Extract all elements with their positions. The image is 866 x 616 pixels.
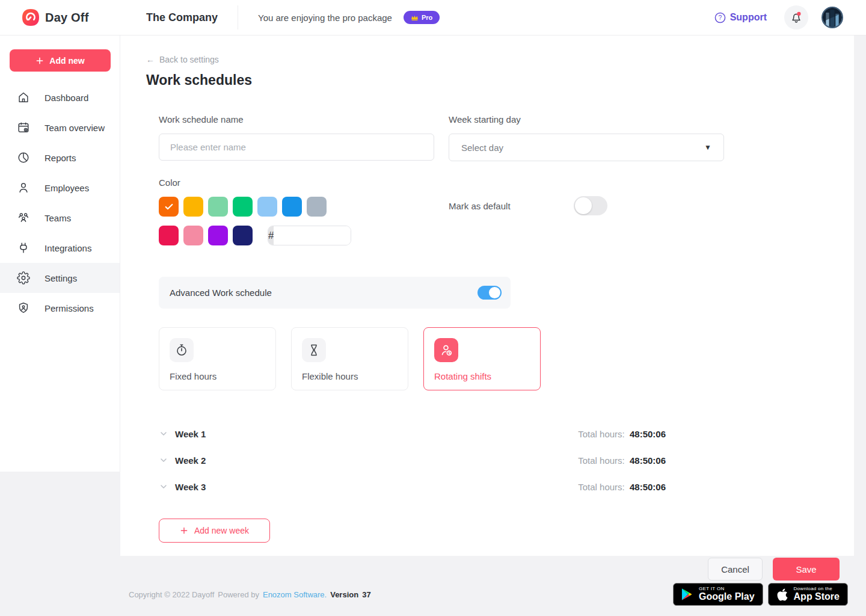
card-label: Rotating shifts [434, 371, 530, 381]
card-label: Flexible hours [302, 371, 398, 381]
color-swatch[interactable] [159, 226, 179, 245]
week-label: Week 2 [175, 455, 206, 466]
shield-person-icon [17, 301, 30, 315]
add-new-button[interactable]: Add new [10, 49, 111, 72]
week-total: Total hours: 48:50:06 [578, 482, 666, 492]
color-swatch[interactable] [183, 197, 203, 217]
apple-icon [776, 588, 788, 602]
person-clock-icon [434, 338, 458, 362]
question-circle-icon: ? [714, 12, 726, 23]
footer: Copyright © 2022 Dayoff Powered by Enozo… [0, 556, 866, 616]
bell-icon [790, 11, 803, 24]
add-new-week-button[interactable]: Add new week [159, 519, 270, 543]
sidebar-item-teams[interactable]: Teams [0, 203, 120, 233]
version-label: Version [330, 590, 358, 599]
sidebar-item-permissions[interactable]: Permissions [0, 293, 120, 323]
badge-line2: App Store [794, 592, 840, 602]
app-store-badge[interactable]: Download on the App Store [768, 583, 848, 606]
card-label: Fixed hours [170, 371, 265, 381]
mark-default-toggle[interactable] [574, 196, 607, 215]
chevron-down-icon[interactable] [159, 455, 168, 465]
week-total: Total hours: 48:50:06 [578, 455, 666, 466]
swatch-row-2: # [159, 226, 434, 245]
week-start-group: Week starting day Select day ▼ [449, 114, 724, 161]
powered-by-text: Powered by [218, 590, 259, 599]
day-off-logo-icon [22, 8, 40, 26]
total-hours-label: Total hours: [578, 429, 625, 439]
sidebar-item-reports[interactable]: Reports [0, 143, 120, 173]
hex-color-input[interactable] [274, 226, 351, 245]
color-swatch[interactable] [233, 197, 253, 217]
card-flexible-hours[interactable]: Flexible hours [291, 327, 408, 390]
week-row-2[interactable]: Week 2 Total hours: 48:50:06 [159, 447, 666, 473]
schedule-name-label: Work schedule name [159, 114, 434, 125]
form-row-1: Work schedule name Week starting day Sel… [159, 114, 840, 161]
plug-icon [17, 241, 30, 254]
user-avatar[interactable] [821, 7, 843, 28]
advanced-schedule-label: Advanced Work schedule [170, 288, 272, 298]
weeks-list: Week 1 Total hours: 48:50:06 Week 2 Tota… [159, 420, 666, 500]
toggle-knob [575, 197, 592, 214]
badge-text: Download on the App Store [794, 587, 840, 602]
app-logo[interactable]: Day Off [0, 8, 120, 26]
card-fixed-hours[interactable]: Fixed hours [159, 327, 276, 390]
color-swatch[interactable] [282, 197, 302, 217]
store-badges: GET IT ON Google Play Download on the Ap… [673, 583, 848, 606]
total-hours-value: 48:50:06 [630, 429, 666, 439]
mark-default-group: Mark as default [449, 177, 724, 254]
sidebar-item-label: Employees [45, 183, 89, 193]
sidebar: Add new Dashboard Team overview [0, 35, 120, 472]
header-divider [238, 5, 238, 29]
pro-badge: Pro [404, 11, 440, 24]
color-swatch[interactable] [233, 226, 253, 245]
top-header: Day Off The Company You are enjoying the… [0, 0, 866, 35]
add-new-label: Add new [49, 56, 84, 66]
page: Day Off The Company You are enjoying the… [0, 0, 866, 616]
enozom-link[interactable]: Enozom Software. [263, 590, 327, 599]
sidebar-item-label: Reports [45, 153, 76, 163]
color-swatch[interactable] [208, 197, 228, 217]
crown-icon [411, 14, 419, 21]
mark-default-label: Mark as default [449, 201, 511, 211]
color-swatch[interactable] [307, 197, 327, 217]
sidebar-item-label: Team overview [45, 123, 105, 133]
plus-icon [35, 57, 44, 65]
color-swatch[interactable] [183, 226, 203, 245]
week-row-3[interactable]: Week 3 Total hours: 48:50:06 [159, 473, 666, 500]
color-swatch[interactable] [257, 197, 277, 217]
company-name: The Company [146, 11, 218, 24]
color-swatch[interactable] [208, 226, 228, 245]
notifications-button[interactable] [784, 5, 808, 29]
person-icon [17, 181, 30, 194]
total-hours-value: 48:50:06 [630, 455, 666, 466]
main-panel: ← Back to settings Work schedules Work s… [120, 35, 854, 556]
avatar-image [823, 8, 842, 27]
sidebar-item-settings[interactable]: Settings [0, 263, 120, 293]
week-label: Week 1 [175, 429, 206, 439]
sidebar-item-label: Integrations [45, 243, 91, 253]
sidebar-item-team-overview[interactable]: Team overview [0, 112, 120, 143]
google-play-icon [681, 588, 693, 601]
back-to-settings-link[interactable]: ← Back to settings [146, 55, 219, 64]
advanced-schedule-toggle[interactable] [478, 286, 502, 300]
week-start-value: Select day [461, 143, 503, 153]
hourglass-icon [302, 338, 326, 362]
sidebar-item-label: Settings [45, 273, 77, 283]
support-button[interactable]: ? Support [714, 12, 767, 23]
schedule-name-input[interactable] [159, 134, 434, 161]
week-start-select[interactable]: Select day ▼ [449, 134, 724, 161]
card-rotating-shifts[interactable]: Rotating shifts [423, 327, 541, 390]
chevron-down-icon[interactable] [159, 482, 168, 491]
sidebar-item-employees[interactable]: Employees [0, 173, 120, 203]
total-hours-label: Total hours: [578, 455, 625, 466]
week-row-1[interactable]: Week 1 Total hours: 48:50:06 [159, 420, 666, 447]
chevron-down-icon[interactable] [159, 429, 168, 439]
color-swatch-selected[interactable] [159, 197, 179, 217]
check-icon [164, 202, 174, 212]
sidebar-item-dashboard[interactable]: Dashboard [0, 82, 120, 112]
sidebar-item-integrations[interactable]: Integrations [0, 233, 120, 263]
schedule-type-cards: Fixed hours Flexible hours [159, 327, 840, 390]
work-schedule-form: Work schedule name Week starting day Sel… [159, 114, 840, 543]
google-play-badge[interactable]: GET IT ON Google Play [673, 583, 763, 606]
week-total: Total hours: 48:50:06 [578, 429, 666, 439]
